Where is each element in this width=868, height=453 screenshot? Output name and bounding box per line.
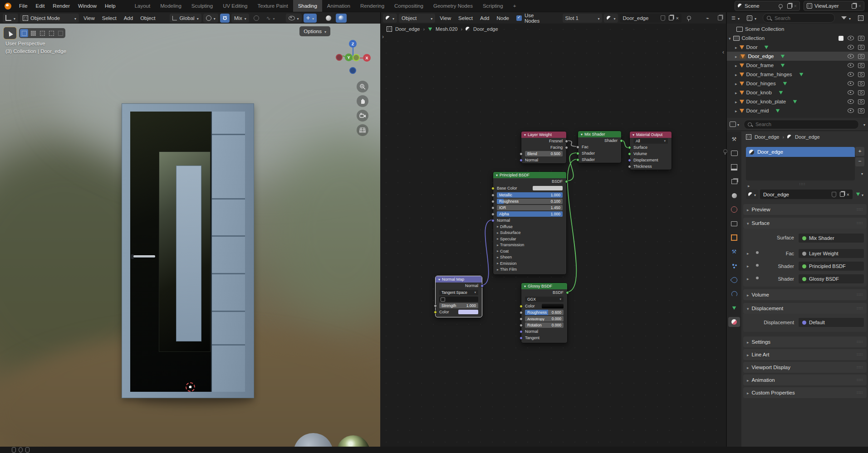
browse-material-button[interactable] bbox=[746, 190, 758, 199]
outliner-row-object[interactable]: Door_knob_plate bbox=[727, 97, 868, 106]
material-slot-selected[interactable]: Door_edge bbox=[746, 147, 855, 157]
workspace-tab-modeling[interactable]: Modeling bbox=[155, 0, 186, 12]
material-name-field[interactable]: Door_edge bbox=[620, 14, 681, 23]
outliner-row-object[interactable]: Door bbox=[727, 43, 868, 52]
expand-icon[interactable] bbox=[735, 81, 737, 86]
copy-viewlayer-icon[interactable] bbox=[852, 4, 856, 9]
gizmo-z-positive[interactable]: Z bbox=[349, 40, 357, 48]
toolbar-expand-chevron[interactable]: › bbox=[382, 34, 384, 40]
workspace-tab-compositing[interactable]: Compositing bbox=[389, 0, 428, 12]
node-header[interactable]: Layer Weight bbox=[521, 132, 566, 138]
socket-anisotropy[interactable] bbox=[520, 317, 523, 321]
material-name-field[interactable]: Door_edge bbox=[760, 190, 853, 199]
disable-render-icon[interactable] bbox=[858, 54, 864, 59]
shading-material-button[interactable] bbox=[336, 14, 347, 23]
workspace-tab-layout[interactable]: Layout bbox=[130, 0, 156, 12]
menu-render[interactable]: Render bbox=[49, 0, 74, 12]
tab-material[interactable] bbox=[728, 317, 740, 327]
panel-preview[interactable]: Preview ∷∷ bbox=[743, 204, 867, 215]
outliner-row-object[interactable]: Door_hinges bbox=[727, 79, 868, 88]
copy-material-icon[interactable] bbox=[840, 192, 844, 197]
navigation-gizmo[interactable]: Z X Y bbox=[336, 40, 370, 74]
expand-icon[interactable] bbox=[735, 63, 737, 68]
tab-object[interactable] bbox=[728, 233, 740, 243]
color-swatch[interactable] bbox=[458, 310, 478, 315]
slot-specials-dropdown[interactable] bbox=[861, 170, 863, 176]
pan-button[interactable] bbox=[357, 95, 368, 107]
node-header[interactable]: Mix Shader bbox=[578, 131, 621, 137]
socket-tangent[interactable] bbox=[520, 336, 523, 340]
socket-shader-out[interactable] bbox=[620, 139, 623, 142]
disable-render-icon[interactable] bbox=[858, 45, 864, 50]
hide-icon[interactable] bbox=[848, 54, 854, 58]
tab-output[interactable] bbox=[728, 162, 740, 172]
select-mode-paint[interactable] bbox=[56, 29, 64, 37]
unlink-material-icon[interactable] bbox=[847, 192, 849, 197]
material-slot-list[interactable]: Door_edge bbox=[746, 147, 855, 180]
workspace-tab-sculpting[interactable]: Sculpting bbox=[186, 0, 218, 12]
node-mix-shader[interactable]: Mix Shader Shader Fac Shader Shader bbox=[578, 131, 622, 163]
gizmo-y-positive[interactable]: Y bbox=[345, 54, 353, 61]
socket-normal-out[interactable] bbox=[481, 284, 484, 287]
expand-icon[interactable] bbox=[735, 44, 737, 50]
outliner-display-mode-dropdown[interactable] bbox=[744, 14, 759, 23]
node-header[interactable]: Glossy BSDF bbox=[521, 283, 567, 289]
alpha-slider[interactable]: Alpha1.000 bbox=[497, 211, 563, 217]
socket-roughness[interactable] bbox=[520, 311, 523, 314]
add-workspace-button[interactable]: + bbox=[508, 0, 521, 12]
door-handle[interactable] bbox=[133, 255, 155, 258]
socket-base-color[interactable] bbox=[491, 187, 495, 190]
shading-solid-button[interactable] bbox=[323, 14, 334, 23]
socket-normal-in[interactable] bbox=[491, 219, 495, 222]
link-mesh-dropdown[interactable] bbox=[854, 190, 865, 199]
orthographic-toggle-button[interactable] bbox=[357, 124, 368, 136]
disable-render-icon[interactable] bbox=[858, 72, 864, 77]
snapping-node-button[interactable]: ⌁ bbox=[703, 14, 712, 23]
viewport-menu-add[interactable]: Add bbox=[120, 15, 137, 21]
space-dropdown[interactable]: Tangent Space bbox=[439, 290, 478, 295]
socket-bsdf-out[interactable] bbox=[565, 180, 568, 183]
hide-icon[interactable] bbox=[848, 63, 854, 68]
section-sheen[interactable]: Sheen bbox=[493, 254, 566, 261]
tab-world[interactable] bbox=[728, 205, 740, 214]
hide-icon[interactable] bbox=[848, 45, 854, 49]
tab-modifiers[interactable]: ⚒ bbox=[728, 247, 740, 257]
properties-search-input[interactable] bbox=[755, 121, 855, 127]
tab-render[interactable] bbox=[728, 148, 740, 158]
socket-facing[interactable] bbox=[565, 146, 568, 149]
viewport-3d[interactable]: User Perspective (3) Collection | Door_e… bbox=[0, 24, 380, 447]
panel-displacement[interactable]: Displacement ∷∷ bbox=[743, 303, 867, 314]
scene-selector[interactable]: Scene bbox=[735, 1, 800, 11]
output-target-dropdown[interactable]: All bbox=[633, 138, 668, 144]
tab-object-data[interactable] bbox=[728, 303, 740, 313]
section-emission[interactable]: Emission bbox=[493, 260, 566, 267]
proportional-falloff-dropdown[interactable]: ∿ bbox=[264, 14, 278, 23]
socket-metallic[interactable] bbox=[491, 194, 495, 197]
overlays-dropdown[interactable]: ✛ bbox=[304, 14, 317, 23]
expand-icon[interactable] bbox=[735, 99, 737, 104]
zoom-button[interactable] bbox=[357, 81, 368, 93]
hide-icon[interactable] bbox=[848, 99, 854, 104]
socket-thickness[interactable] bbox=[628, 165, 631, 168]
disable-render-icon[interactable] bbox=[858, 36, 864, 41]
blender-logo-icon[interactable] bbox=[5, 3, 11, 10]
hide-icon[interactable] bbox=[848, 90, 854, 95]
tab-constraints[interactable] bbox=[728, 289, 740, 299]
socket-roughness[interactable] bbox=[491, 200, 495, 203]
breadcrumb-object[interactable]: Door_edge bbox=[755, 134, 779, 140]
select-mode-tweak[interactable] bbox=[20, 29, 28, 37]
socket-displacement[interactable] bbox=[628, 159, 631, 162]
glossy-roughness-slider[interactable]: Roughness0.600 bbox=[525, 310, 564, 315]
node-material-output[interactable]: Material Output All Surface Volume Displ… bbox=[629, 131, 672, 170]
expand-icon[interactable] bbox=[735, 54, 737, 59]
camera-view-button[interactable] bbox=[357, 110, 368, 122]
snap-toggle-button[interactable]: Ω bbox=[220, 14, 230, 23]
node-glossy-bsdf[interactable]: Glossy BSDF BSDF GGX Color Roughness0.60… bbox=[521, 283, 568, 343]
transform-orientation-dropdown[interactable]: Global bbox=[170, 14, 201, 23]
outliner-row-object[interactable]: Door_frame_hinges bbox=[727, 70, 868, 79]
socket-normal[interactable] bbox=[520, 330, 523, 333]
tab-tool[interactable]: ⚒ bbox=[728, 134, 740, 144]
node-header[interactable]: Principled BSDF bbox=[493, 172, 566, 178]
section-thin-film[interactable]: Thin Film bbox=[493, 267, 566, 273]
disable-render-icon[interactable] bbox=[858, 99, 864, 104]
